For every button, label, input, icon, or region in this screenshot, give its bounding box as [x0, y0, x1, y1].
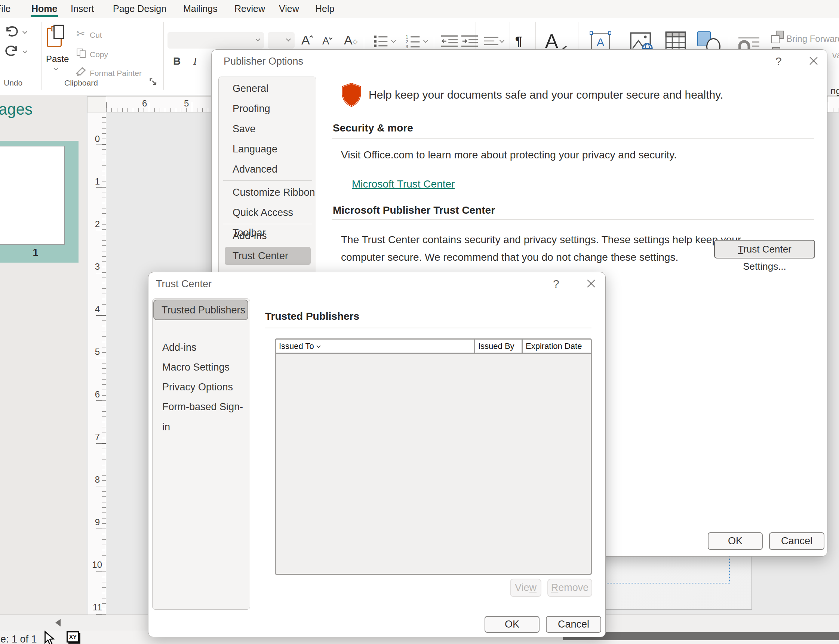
sort-chevron-icon — [316, 344, 320, 348]
column-header-issued-to[interactable]: Issued To — [276, 340, 474, 353]
bulleted-list-icon[interactable] — [374, 34, 389, 48]
redo-dropdown-chevron[interactable] — [22, 49, 27, 53]
access-key: R — [551, 582, 559, 593]
office-com-text: Visit Office.com to learn more about pro… — [341, 149, 677, 161]
sidebar-item-quick-access-toolbar[interactable]: Quick Access Toolbar — [232, 202, 316, 223]
numbered-list-icon[interactable]: 1 2 3 — [405, 34, 420, 49]
sidebar-item-privacy-options[interactable]: Privacy Options — [162, 377, 233, 397]
menu-page-design[interactable]: Page Design — [112, 0, 167, 17]
sidebar-item-trusted-publishers-selected[interactable]: Trusted Publishers — [153, 300, 248, 320]
table-header-row: Issued To Issued By Expiration Date — [276, 340, 591, 354]
publisher-options-title: Publisher Options — [224, 56, 303, 67]
sidebar-item-add-ins[interactable]: Add-ins — [232, 226, 267, 246]
draw-text-box-button[interactable]: A — [591, 33, 610, 51]
italic-button[interactable]: I — [193, 55, 197, 67]
undo-group-label: Undo — [4, 79, 22, 87]
undo-dropdown-chevron[interactable] — [22, 29, 27, 34]
svg-text:1: 1 — [405, 34, 408, 39]
menu-mailings[interactable]: Mailings — [183, 0, 218, 17]
show-formatting-marks-button[interactable]: ¶ — [515, 34, 523, 48]
paste-dropdown-chevron — [53, 66, 58, 71]
page-thumbnail[interactable]: 1 — [0, 141, 79, 263]
bulleted-list-chevron[interactable] — [391, 38, 396, 43]
menu-view[interactable]: View — [278, 0, 300, 17]
format-painter-icon — [76, 66, 87, 77]
sidebar-item-general[interactable]: General — [232, 79, 269, 99]
sidebar-item-form-based-sign-in[interactable]: Form-based Sign-in — [162, 397, 250, 417]
trust-center-sidebar: Trusted Publishers Add-ins Macro Setting… — [152, 299, 250, 610]
font-size-chevron — [286, 36, 291, 41]
increase-indent-icon[interactable] — [462, 34, 478, 48]
sidebar-item-add-ins[interactable]: Add-ins — [162, 337, 197, 358]
menu-help[interactable]: Help — [315, 0, 335, 17]
redo-icon[interactable] — [4, 44, 20, 58]
page-thumbnail-number: 1 — [0, 247, 79, 258]
column-header-expiration-date[interactable]: Expiration Date — [523, 340, 591, 353]
trust-center-ok-button[interactable]: OK — [485, 616, 539, 633]
access-key: w — [529, 582, 537, 593]
pages-panel: Pages 1 — [0, 95, 86, 614]
security-intro-text: Help keep your documents safe and your c… — [369, 89, 810, 101]
access-key: T — [738, 243, 743, 255]
font-styles-button[interactable]: A — [545, 30, 558, 52]
dialog-help-icon[interactable]: ? — [775, 55, 782, 67]
dialog-help-icon[interactable]: ? — [553, 278, 559, 290]
sidebar-item-macro-settings[interactable]: Macro Settings — [162, 357, 229, 377]
horizontal-ruler-fragment — [828, 96, 839, 112]
line-spacing-chevron[interactable] — [499, 38, 504, 43]
scroll-left-arrow-icon[interactable] — [55, 619, 61, 626]
sidebar-item-trust-center-selected[interactable]: Trust Center — [225, 247, 311, 265]
ruler-number: 1 — [95, 176, 100, 187]
remove-button[interactable]: Remove — [547, 578, 592, 597]
ruler-number: 5 — [184, 98, 189, 109]
sidebar-item-advanced[interactable]: Advanced — [232, 159, 277, 179]
security-more-heading: Security & more — [333, 122, 413, 134]
sidebar-item-customize-ribbon[interactable]: Customize Ribbon — [232, 182, 315, 202]
clipboard-dialog-launcher-icon[interactable] — [149, 78, 157, 86]
ribbon-separator — [163, 22, 164, 90]
clear-formatting-diamond: ◇ — [353, 38, 358, 45]
undo-icon[interactable] — [4, 25, 20, 38]
trust-center-title: Trust Center — [156, 278, 212, 290]
cut-label: Cut — [90, 31, 102, 39]
bold-button[interactable]: B — [173, 55, 181, 67]
vertical-ruler: 0 1 2 3 4 5 6 7 8 9 10 11 — [88, 112, 106, 614]
sidebar-item-proofing[interactable]: Proofing — [232, 99, 270, 119]
publisher-trust-center-heading: Microsoft Publisher Trust Center — [333, 204, 495, 216]
publisher-app: { "menu": { "items": ["File", "Home", "I… — [0, 0, 839, 644]
dialog-close-icon[interactable] — [586, 278, 596, 289]
menu-file[interactable]: File — [0, 0, 11, 17]
page-thumbnail-canvas — [0, 146, 65, 245]
trust-center-cancel-button[interactable]: Cancel — [546, 616, 601, 633]
page-indicator[interactable]: Page: 1 of 1 — [0, 634, 37, 644]
selection-handle — [590, 31, 593, 35]
increase-font-size-button[interactable]: A — [302, 33, 313, 48]
menu-review[interactable]: Review — [234, 0, 266, 17]
menu-home[interactable]: Home — [31, 0, 58, 17]
sidebar-item-save[interactable]: Save — [232, 119, 256, 139]
view-button[interactable]: View — [510, 578, 541, 597]
options-cancel-button[interactable]: Cancel — [769, 532, 824, 550]
column-header-issued-by[interactable]: Issued By — [475, 340, 522, 353]
line-spacing-icon[interactable] — [484, 36, 498, 47]
decrease-indent-icon[interactable] — [441, 34, 458, 48]
menu-insert[interactable]: Insert — [70, 0, 95, 17]
section-divider — [332, 138, 814, 139]
dialog-close-icon[interactable] — [808, 56, 819, 66]
trust-center-dialog: Trust Center ? Trusted Publishers Add-in… — [148, 272, 606, 637]
font-name-combobox[interactable] — [168, 32, 264, 49]
button-label: rust Center Settings... — [743, 243, 791, 272]
decrease-font-size-button[interactable]: A — [322, 35, 332, 47]
microsoft-trust-center-link[interactable]: Microsoft Trust Center — [352, 178, 455, 190]
sidebar-item-trust-center-label: Trust Center — [225, 247, 311, 265]
section-divider — [265, 328, 592, 329]
cursor-arrow-icon — [42, 631, 56, 644]
options-ok-button[interactable]: OK — [708, 532, 763, 550]
numbered-list-chevron[interactable] — [423, 38, 428, 43]
sidebar-item-language[interactable]: Language — [232, 139, 277, 159]
trust-center-settings-button[interactable]: Trust Center Settings... — [714, 240, 815, 258]
table-empty-body[interactable] — [276, 354, 591, 575]
ruler-number: 2 — [95, 219, 100, 229]
font-size-combobox[interactable] — [268, 32, 295, 49]
clear-formatting-button[interactable]: A◇ — [344, 33, 358, 48]
